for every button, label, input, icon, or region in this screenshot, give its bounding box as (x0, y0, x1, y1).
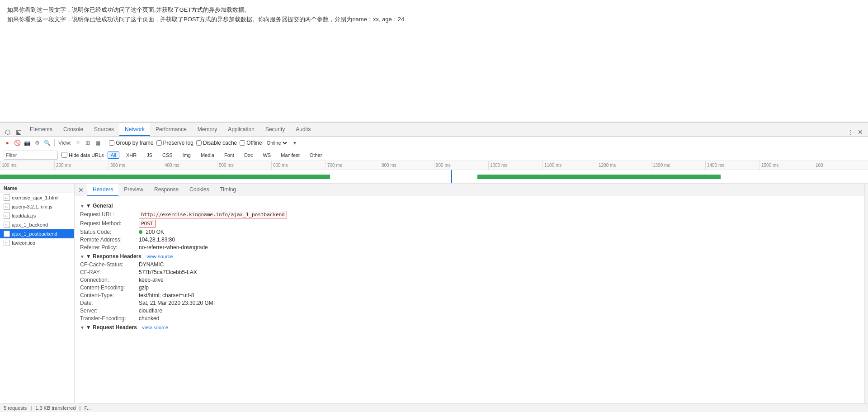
page-content: 如果你看到这一段文字，说明你已经成功访问了这个页面,并获取了GET方式的异步加载… (0, 0, 868, 122)
page-line1: 如果你看到这一段文字，说明你已经成功访问了这个页面,并获取了GET方式的异步加载… (7, 5, 861, 15)
page-line2: 如果你看到这一段文字，说明你已经成功访问了这个页面，并获取了POST方式的异步加… (7, 15, 861, 24)
